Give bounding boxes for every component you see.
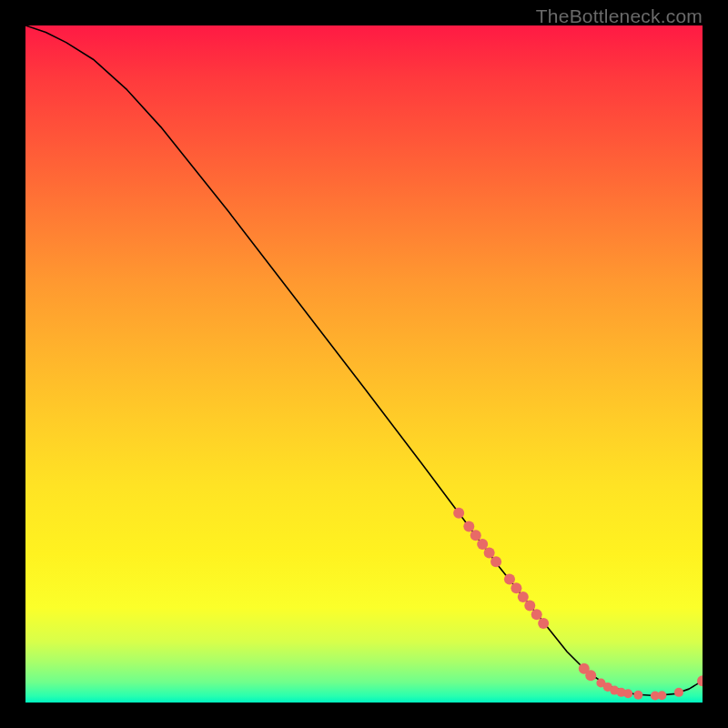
chart-overlay xyxy=(25,25,703,703)
marker-dot xyxy=(633,691,642,700)
marker-dot xyxy=(538,618,549,629)
chart-frame: TheBottleneck.com xyxy=(0,0,728,728)
marker-dot xyxy=(623,689,632,698)
marker-dot xyxy=(511,582,521,593)
main-curve xyxy=(25,25,703,696)
marker-dot xyxy=(524,601,535,612)
marker-dot xyxy=(657,691,666,700)
marker-dot xyxy=(504,574,515,585)
marker-dot xyxy=(477,539,488,550)
marker-dot xyxy=(484,548,495,559)
marker-dot xyxy=(463,521,474,532)
marker-dot xyxy=(453,508,464,519)
watermark-label: TheBottleneck.com xyxy=(536,5,703,27)
marker-dot xyxy=(470,530,481,541)
marker-dot xyxy=(585,670,596,681)
marker-dot xyxy=(490,556,501,567)
marker-dot xyxy=(697,675,703,686)
marker-dot xyxy=(674,688,683,697)
marker-dot xyxy=(531,609,542,620)
marker-dot xyxy=(518,592,529,602)
marker-group xyxy=(453,508,703,701)
